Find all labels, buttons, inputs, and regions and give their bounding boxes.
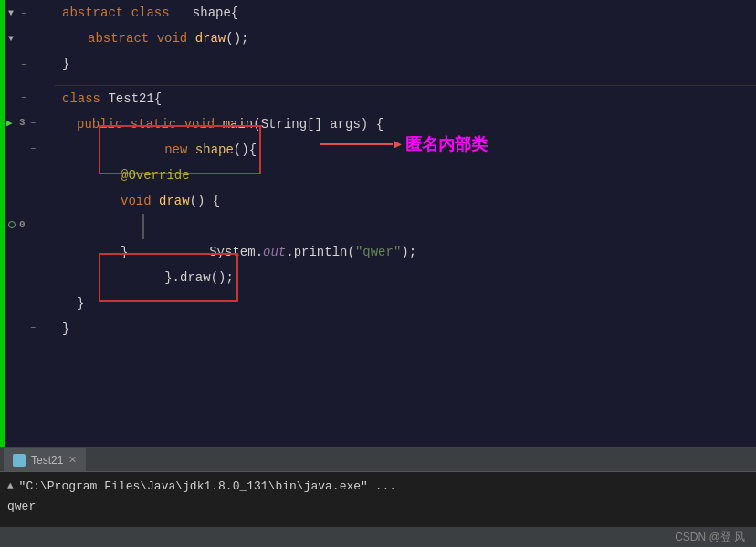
- gutter-separator: [5, 77, 55, 84]
- status-bar: CSDN @登 风: [0, 527, 756, 547]
- console-output: ▲ "C:\Program Files\Java\jdk1.8.0_131\bi…: [0, 472, 756, 527]
- breakpoint-dot[interactable]: [8, 221, 16, 228]
- code-content: abstract class shape{ abstract void draw…: [55, 0, 756, 447]
- gutter-line-1: ▼ –: [5, 0, 55, 26]
- code-line-7: @Override: [55, 163, 756, 188]
- code-separator: [55, 77, 756, 86]
- line-gutter: ▼ – ▼ – – ▶ 3 – – 0: [5, 0, 55, 447]
- gutter-line-6: –: [5, 135, 55, 161]
- code-line-11: }.draw();: [55, 265, 756, 290]
- editor-area: ▼ – ▼ – – ▶ 3 – – 0: [0, 0, 756, 447]
- code-line-1: abstract class shape{: [55, 0, 756, 26]
- fold-icon-13: –: [30, 321, 37, 332]
- fold-icon-1: –: [21, 7, 27, 18]
- code-line-8: void draw() {: [55, 188, 756, 214]
- console-line-2: qwer: [7, 496, 749, 516]
- console-text-1: "C:\Program Files\Java\jdk1.8.0_131\bin\…: [19, 479, 396, 493]
- console-line-1: ▲ "C:\Program Files\Java\jdk1.8.0_131\bi…: [7, 476, 749, 496]
- fold-icon-6: –: [30, 142, 37, 153]
- bottom-panel: Test21 ✕ ▲ "C:\Program Files\Java\jdk1.8…: [0, 447, 756, 527]
- fold-arrow-2[interactable]: ▼: [8, 34, 14, 44]
- code-line-4: class Test21{: [55, 86, 756, 111]
- gutter-line-2: ▼: [5, 26, 55, 51]
- tab-icon: [13, 454, 26, 467]
- fold-icon-3: –: [21, 58, 27, 69]
- gutter-line-12: [5, 289, 55, 314]
- code-line-3: }: [55, 51, 756, 77]
- code-line-13: }: [55, 316, 756, 342]
- tab-close-button[interactable]: ✕: [68, 454, 77, 466]
- gutter-line-4: –: [5, 84, 55, 110]
- fold-icon-5: –: [30, 117, 37, 128]
- code-line-6: new shape(){: [55, 137, 756, 163]
- gutter-line-8: [5, 186, 55, 212]
- gutter-line-11: [5, 263, 55, 289]
- code-line-2: abstract void draw();: [55, 26, 756, 51]
- gutter-line-3: –: [5, 51, 55, 77]
- console-tab-bar: Test21 ✕: [0, 448, 756, 472]
- console-tab[interactable]: Test21 ✕: [4, 448, 86, 471]
- gutter-line-13: –: [5, 314, 55, 340]
- code-line-12: }: [55, 290, 756, 316]
- gutter-line-10: [5, 237, 55, 263]
- tab-label: Test21: [31, 454, 63, 467]
- fold-icon-4: –: [21, 91, 27, 102]
- status-text: CSDN @登 风: [675, 530, 745, 545]
- code-line-9: System.out.println("qwer");: [55, 214, 756, 239]
- console-text-2: qwer: [7, 500, 36, 513]
- gutter-line-7: [5, 161, 55, 186]
- console-up-arrow: ▲: [7, 480, 14, 491]
- gutter-line-9: 0: [5, 212, 55, 237]
- fold-arrow-1[interactable]: ▼: [8, 8, 14, 18]
- gutter-line-5: ▶ 3 –: [5, 110, 55, 135]
